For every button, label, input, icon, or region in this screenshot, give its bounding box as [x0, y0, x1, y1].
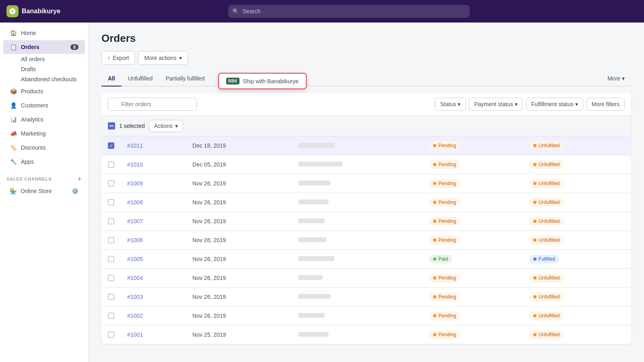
order-customer-blurred	[298, 256, 334, 261]
sidebar-item-analytics[interactable]: 📊 Analytics	[3, 113, 85, 126]
order-customer-blurred	[298, 275, 322, 280]
order-link[interactable]: #1005	[127, 256, 143, 262]
status-filter-button[interactable]: Status ▾	[435, 98, 466, 111]
online-store-settings-icon[interactable]: ⚙️	[72, 188, 78, 194]
row-checkbox[interactable]	[108, 180, 114, 187]
tab-all[interactable]: All	[101, 71, 122, 86]
sidebar-item-home[interactable]: 🏠 Home	[3, 26, 85, 40]
order-date: Dec 05, 2019	[192, 161, 226, 168]
order-payment-cell: Pending	[423, 306, 523, 325]
order-customer-cell	[292, 250, 422, 269]
row-checkbox[interactable]	[108, 256, 114, 262]
order-fulfillment-cell: Unfulfilled	[523, 325, 631, 344]
search-input[interactable]	[228, 5, 470, 18]
order-link[interactable]: #1006	[127, 237, 143, 243]
sidebar-sub-all-orders[interactable]: All orders	[3, 54, 85, 64]
order-id-cell: #1001	[121, 325, 186, 344]
row-checkbox[interactable]	[108, 237, 114, 243]
sidebar-sub-abandoned[interactable]: Abandoned checkouts	[3, 74, 85, 84]
analytics-icon: 📊	[10, 116, 17, 123]
sidebar-item-customers[interactable]: 👤 Customers	[3, 99, 85, 112]
sidebar-item-online-store[interactable]: 🏪 Online Store ⚙️	[3, 185, 85, 197]
order-link[interactable]: #1008	[127, 199, 143, 206]
order-date-cell: Nov 26, 2019	[186, 193, 292, 212]
row-checkbox[interactable]	[108, 294, 114, 300]
payment-status-text: Paid	[438, 256, 448, 262]
orders-table: #1011 Dec 18, 2019 Pending Unfulfilled #…	[101, 136, 631, 344]
deselect-all-button[interactable]	[108, 122, 115, 130]
order-customer-cell	[292, 288, 422, 306]
selected-count-text: 1 selected	[119, 123, 145, 129]
payment-badge: Pending	[429, 274, 460, 282]
order-date: Nov 26, 2019	[192, 256, 226, 262]
tab-unfulfilled-label: Unfulfilled	[128, 75, 153, 82]
sidebar-sub-drafts[interactable]: Drafts	[3, 64, 85, 74]
actions-button[interactable]: Actions ▾	[149, 120, 183, 132]
add-sales-channel-button[interactable]: +	[78, 175, 82, 183]
customers-icon: 👤	[10, 102, 17, 109]
order-link[interactable]: #1007	[127, 218, 143, 224]
order-date-cell: Dec 05, 2019	[186, 155, 292, 174]
tab-unfulfilled[interactable]: Unfulfilled	[122, 71, 159, 86]
payment-badge-dot	[433, 144, 436, 147]
export-button[interactable]: ↑ Export	[101, 51, 135, 65]
more-actions-button[interactable]: More actions ▾	[138, 51, 188, 65]
row-checkbox[interactable]	[108, 142, 114, 149]
payment-status-text: Pending	[438, 294, 456, 300]
fulfillment-badge-dot	[533, 163, 537, 166]
order-link[interactable]: #1011	[127, 142, 143, 149]
sidebar-item-products[interactable]: 📦 Products	[3, 84, 85, 98]
sidebar-item-label: Discounts	[21, 144, 45, 151]
sidebar-item-apps[interactable]: 🔧 Apps	[3, 155, 85, 169]
more-filters-button[interactable]: More filters	[586, 98, 625, 111]
order-link[interactable]: #1001	[127, 331, 143, 338]
row-checkbox[interactable]	[108, 331, 114, 338]
payment-badge-dot	[433, 295, 436, 298]
row-checkbox[interactable]	[108, 161, 114, 168]
order-link[interactable]: #1010	[127, 161, 143, 168]
order-fulfillment-cell: Unfulfilled	[523, 269, 631, 288]
order-fulfillment-cell: Unfulfilled	[523, 136, 631, 155]
sidebar-item-orders[interactable]: 📋 Orders 8	[3, 40, 85, 54]
sidebar-item-discounts[interactable]: 🏷️ Discounts	[3, 141, 85, 154]
tab-more[interactable]: More ▾	[601, 71, 631, 86]
payment-badge: Pending	[429, 179, 460, 188]
table-row: #1009 Nov 26, 2019 Pending Unfulfilled	[101, 174, 631, 193]
order-payment-cell: Pending	[423, 212, 523, 231]
payment-badge-dot	[433, 333, 436, 336]
order-link[interactable]: #1003	[127, 294, 143, 300]
order-customer-cell	[292, 306, 422, 325]
ship-with-banabikurye-popup[interactable]: BBK Ship with Banabikurye	[218, 73, 307, 89]
sidebar-item-label: Home	[21, 30, 36, 36]
sales-channels-section: SALES CHANNELS +	[0, 169, 88, 184]
filter-input[interactable]	[108, 98, 197, 111]
sidebar-item-marketing[interactable]: 📣 Marketing	[3, 127, 85, 140]
payment-status-text: Pending	[438, 162, 456, 167]
order-id-cell: #1004	[121, 269, 186, 288]
order-date: Nov 26, 2019	[192, 237, 226, 243]
order-customer-cell	[292, 231, 422, 250]
payment-badge-dot	[433, 314, 436, 317]
orders-badge: 8	[70, 44, 78, 50]
row-checkbox-cell	[101, 231, 121, 250]
payment-status-filter-button[interactable]: Payment status ▾	[469, 98, 523, 111]
payment-badge-dot	[433, 163, 436, 166]
row-checkbox[interactable]	[108, 199, 114, 206]
more-filters-label: More filters	[592, 101, 619, 107]
fulfillment-status-filter-button[interactable]: Fulfillment status ▾	[526, 98, 583, 111]
order-link[interactable]: #1004	[127, 275, 143, 281]
fulfillment-badge: Unfulfilled	[529, 311, 564, 320]
order-customer-cell	[292, 325, 422, 344]
home-icon: 🏠	[10, 29, 17, 37]
row-checkbox[interactable]	[108, 275, 114, 281]
order-customer-blurred	[298, 294, 330, 299]
row-checkbox[interactable]	[108, 313, 114, 319]
table-row: #1007 Nov 26, 2019 Pending Unfulfilled	[101, 212, 631, 231]
order-link[interactable]: #1002	[127, 313, 143, 319]
order-link[interactable]: #1009	[127, 180, 143, 187]
row-checkbox[interactable]	[108, 218, 114, 224]
payment-badge: Pending	[429, 330, 460, 339]
payment-status-text: Pending	[438, 332, 456, 337]
tab-partially-fulfilled[interactable]: Partially fulfilled	[159, 71, 211, 86]
fulfillment-status-label: Fulfillment status	[531, 101, 574, 107]
